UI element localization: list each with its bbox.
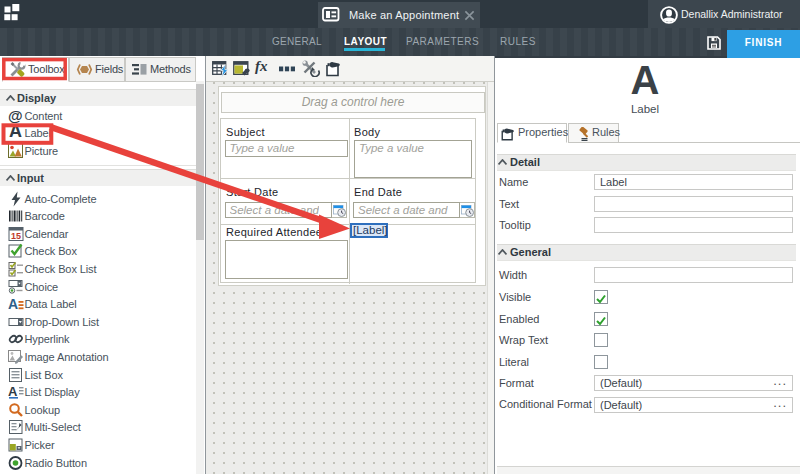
svg-text:A: A xyxy=(8,296,18,312)
svg-text:15: 15 xyxy=(11,230,21,240)
svg-text:A: A xyxy=(8,384,18,399)
